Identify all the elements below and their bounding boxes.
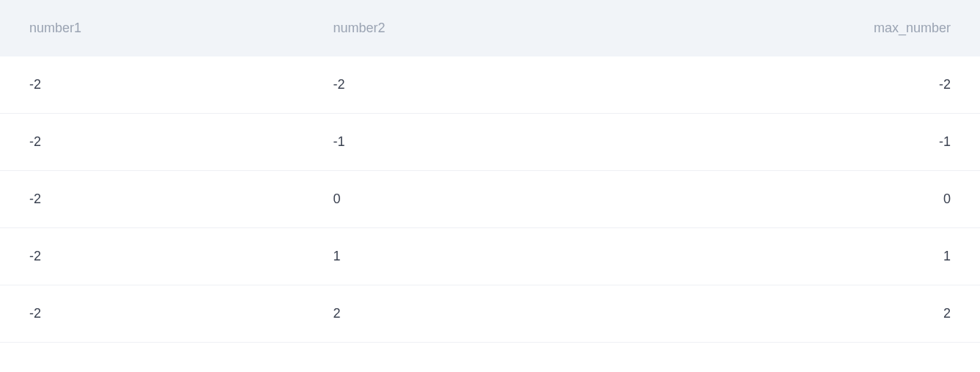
cell-number2: 2 [304, 285, 608, 343]
cell-max-number: -1 [608, 114, 980, 171]
table-row: -2 0 0 [0, 171, 980, 228]
column-header-number2: number2 [304, 0, 608, 56]
cell-max-number: 1 [608, 228, 980, 285]
cell-number2: -1 [304, 114, 608, 171]
table-row: -2 -1 -1 [0, 114, 980, 171]
column-header-max-number: max_number [608, 0, 980, 56]
column-header-number1: number1 [0, 0, 304, 56]
cell-number1: -2 [0, 228, 304, 285]
table-row: -2 2 2 [0, 285, 980, 343]
cell-number1: -2 [0, 171, 304, 228]
cell-max-number: 2 [608, 285, 980, 343]
table-header-row: number1 number2 max_number [0, 0, 980, 56]
table-row: -2 -2 -2 [0, 56, 980, 114]
cell-number2: 0 [304, 171, 608, 228]
data-table: number1 number2 max_number -2 -2 -2 -2 -… [0, 0, 980, 343]
cell-number2: 1 [304, 228, 608, 285]
cell-max-number: -2 [608, 56, 980, 114]
cell-max-number: 0 [608, 171, 980, 228]
table-row: -2 1 1 [0, 228, 980, 285]
cell-number1: -2 [0, 56, 304, 114]
cell-number2: -2 [304, 56, 608, 114]
cell-number1: -2 [0, 285, 304, 343]
cell-number1: -2 [0, 114, 304, 171]
